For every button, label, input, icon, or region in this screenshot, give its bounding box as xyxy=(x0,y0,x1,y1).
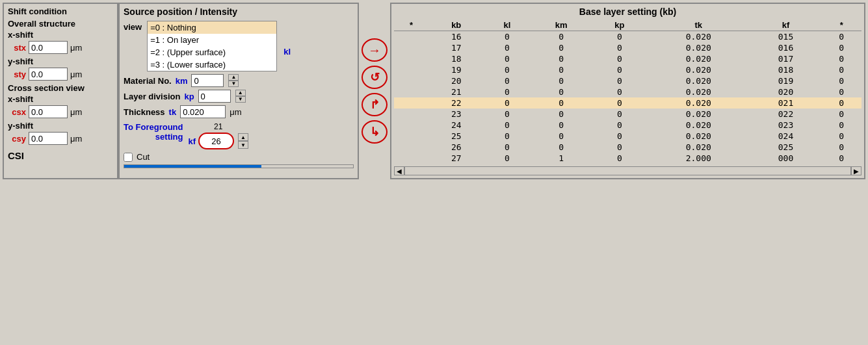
star-cell xyxy=(394,42,428,53)
scroll-left-btn[interactable]: ◀ xyxy=(394,166,404,175)
table-row[interactable]: 220000.0200210 xyxy=(394,97,861,109)
col-header-tk: tk xyxy=(647,19,750,31)
setting-label: setting xyxy=(155,132,183,142)
base-layer-table-panel: Base layer setting (kb) * kb kl km kp tk… xyxy=(390,3,865,179)
table-cell: 0 xyxy=(484,31,531,43)
scroll-track[interactable] xyxy=(404,166,851,175)
table-row[interactable]: 190000.0200180 xyxy=(394,64,861,75)
table-cell: 0 xyxy=(484,153,531,164)
table-row[interactable]: 200000.0200190 xyxy=(394,75,861,86)
table-cell: 0 xyxy=(484,109,531,120)
table-row[interactable]: 240000.0200230 xyxy=(394,120,861,131)
kf-down-btn[interactable]: ▼ xyxy=(238,141,248,149)
table-cell: 0 xyxy=(592,64,647,75)
dropdown-box[interactable]: =0 : Nothing =1 : On layer =2 : (Upper s… xyxy=(147,21,277,71)
kp-input[interactable] xyxy=(198,90,231,103)
table-cell: 0.020 xyxy=(647,64,750,75)
scroll-right-btn[interactable]: ▶ xyxy=(851,166,861,175)
right-arrow-btn[interactable]: → xyxy=(362,38,388,62)
tk-input[interactable] xyxy=(180,105,226,118)
table-row[interactable]: 180000.0200170 xyxy=(394,53,861,64)
dropdown-item-2[interactable]: =2 : (Upper surface) xyxy=(148,46,276,58)
table-cell: 0.020 xyxy=(647,42,750,53)
csi-label: CSI xyxy=(8,150,113,161)
table-cell: 27 xyxy=(428,153,484,164)
table-cell: 0 xyxy=(484,53,531,64)
arrow-panel: → ↺ ↱ ↳ xyxy=(359,3,390,179)
table-cell: 0 xyxy=(821,142,861,153)
table-cell: 019 xyxy=(750,75,822,86)
dropdown-item-3[interactable]: =3 : (Lower surface) xyxy=(148,58,276,71)
table-cell: 0 xyxy=(592,142,647,153)
overall-structure-label: Overall structure xyxy=(8,19,113,29)
table-cell: 024 xyxy=(750,131,822,142)
table-cell: 0 xyxy=(821,131,861,142)
kf-up-btn[interactable]: ▲ xyxy=(238,133,248,141)
middle-panel-title: Source position / Intensity xyxy=(124,6,354,17)
star-cell xyxy=(394,120,428,131)
kf-input[interactable] xyxy=(198,133,234,149)
table-cell: 0 xyxy=(530,142,592,153)
star-cell xyxy=(394,31,428,43)
view-dropdown[interactable]: =0 : Nothing =1 : On layer =2 : (Upper s… xyxy=(147,21,277,71)
table-cell: 0.020 xyxy=(647,53,750,64)
stx-input[interactable] xyxy=(29,41,68,54)
table-cell: 0 xyxy=(484,42,531,53)
table-cell: 18 xyxy=(428,53,484,64)
table-cell: 2.000 xyxy=(647,153,750,164)
kp-up-btn[interactable]: ▲ xyxy=(235,90,246,96)
table-cell: 0 xyxy=(821,97,861,109)
csx-input[interactable] xyxy=(29,105,68,118)
table-row[interactable]: 250000.0200240 xyxy=(394,131,861,142)
csy-row: csy μm xyxy=(8,132,113,145)
sty-input[interactable] xyxy=(29,68,68,81)
table-cell: 0 xyxy=(530,86,592,97)
table-cell: 0 xyxy=(592,53,647,64)
upper-right-arrow-btn[interactable]: ↱ xyxy=(362,93,388,116)
kf-spinner[interactable]: ▲ ▼ xyxy=(238,133,248,149)
table-cell: 24 xyxy=(428,120,484,131)
cross-section-label: Cross section view xyxy=(8,83,113,93)
table-cell: 0 xyxy=(530,31,592,43)
table-cell: 26 xyxy=(428,142,484,153)
table-cell: 0 xyxy=(592,153,647,164)
table-cell: 0 xyxy=(592,86,647,97)
kp-label: kp xyxy=(184,92,194,101)
csy-input[interactable] xyxy=(29,132,68,145)
table-cell: 17 xyxy=(428,42,484,53)
km-down-btn[interactable]: ▼ xyxy=(228,81,239,87)
table-cell: 0 xyxy=(592,120,647,131)
km-up-btn[interactable]: ▲ xyxy=(228,74,239,81)
table-cell: 25 xyxy=(428,131,484,142)
km-input[interactable] xyxy=(191,74,224,87)
table-row[interactable]: 210000.0200200 xyxy=(394,86,861,97)
table-cell: 0 xyxy=(592,131,647,142)
table-cell: 0 xyxy=(484,131,531,142)
table-row[interactable]: 170000.0200160 xyxy=(394,42,861,53)
stx-unit: μm xyxy=(70,43,82,53)
fg-setting-row: kf ▲ ▼ xyxy=(188,133,248,149)
cut-checkbox[interactable] xyxy=(124,153,133,162)
cut-label: Cut xyxy=(137,152,150,162)
tk-label: tk xyxy=(169,107,177,117)
table-cell: 0 xyxy=(821,75,861,86)
table-row[interactable]: 230000.0200220 xyxy=(394,109,861,120)
blue-scrollbar[interactable] xyxy=(124,164,354,168)
table-row[interactable]: 160000.0200150 xyxy=(394,31,861,43)
kp-spinner[interactable]: ▲ ▼ xyxy=(235,90,246,103)
kl-label: kl xyxy=(283,47,291,57)
kp-down-btn[interactable]: ▼ xyxy=(235,96,246,103)
table-row[interactable]: 260000.0200250 xyxy=(394,142,861,153)
sty-row: sty μm xyxy=(8,68,113,81)
dropdown-item-0[interactable]: =0 : Nothing xyxy=(148,21,276,34)
lower-right-arrow-btn[interactable]: ↳ xyxy=(362,120,388,144)
csy-label: csy xyxy=(8,134,26,144)
table-row[interactable]: 270102.0000000 xyxy=(394,153,861,164)
dropdown-item-1[interactable]: =1 : On layer xyxy=(148,34,276,46)
foreground-label: To Foreground xyxy=(124,122,183,132)
star-cell xyxy=(394,86,428,97)
km-spinner[interactable]: ▲ ▼ xyxy=(228,74,239,87)
foreground-section: To Foreground setting 21 kf ▲ ▼ xyxy=(124,122,354,149)
refresh-arrow-btn[interactable]: ↺ xyxy=(362,66,388,89)
horizontal-scrollbar[interactable]: ◀ ▶ xyxy=(394,166,861,175)
